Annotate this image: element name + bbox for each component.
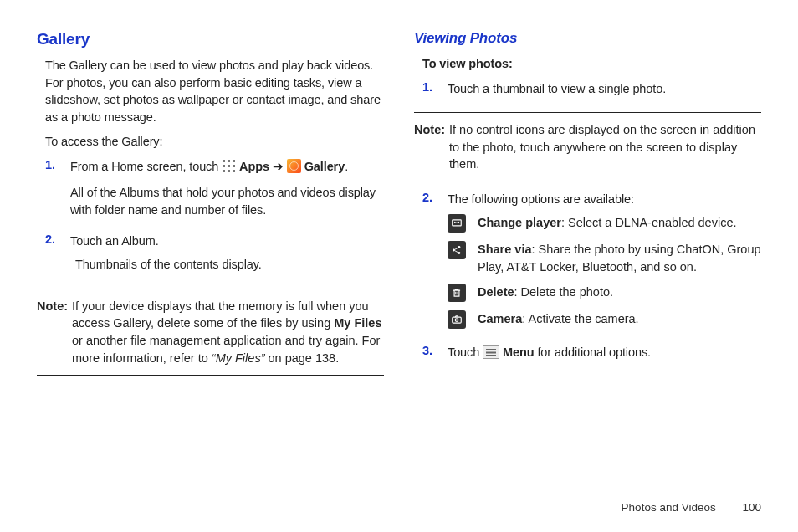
- view-step-1-text: Touch a thumbnail to view a single photo…: [448, 80, 761, 98]
- note-body: If no control icons are displayed on the…: [449, 121, 761, 173]
- view-step-1: 1. Touch a thumbnail to view a single ph…: [422, 80, 761, 105]
- step-1: 1. From a Home screen, touch Apps ➔ Gall…: [45, 158, 384, 226]
- viewing-heading: Viewing Photos: [414, 30, 761, 47]
- step-1-line: From a Home screen, touch Apps ➔ Gallery…: [70, 158, 384, 178]
- footer-page-number: 100: [742, 501, 761, 514]
- step-2-line: Touch an Album.: [70, 233, 384, 250]
- footer-section: Photos and Videos: [622, 501, 716, 514]
- rule: [414, 182, 761, 182]
- step-1-after: All of the Albums that hold your photos …: [70, 184, 384, 218]
- note-label: Note:: [414, 121, 449, 173]
- svg-rect-2: [233, 160, 235, 162]
- viewing-sub: To view photos:: [414, 55, 761, 73]
- svg-rect-8: [233, 170, 235, 172]
- gallery-heading: Gallery: [37, 30, 384, 49]
- step-number: 1.: [422, 80, 448, 105]
- svg-rect-0: [223, 160, 225, 162]
- note-block-right: Note: If no control icons are displayed …: [414, 121, 761, 173]
- option-camera: Camera: Activate the camera.: [448, 310, 761, 329]
- menu-icon: [483, 345, 499, 359]
- step-2: 2. Touch an Album. Thumbnails of the con…: [45, 233, 384, 280]
- apps-icon: [222, 159, 236, 178]
- option-delete: Delete: Delete the photo.: [448, 284, 761, 302]
- svg-point-14: [455, 319, 458, 322]
- right-column: Viewing Photos To view photos: 1. Touch …: [414, 30, 761, 512]
- viewing-steps-2: 2. The following options are available: …: [414, 191, 761, 368]
- viewing-steps-1: 1. Touch a thumbnail to view a single ph…: [414, 80, 761, 105]
- option-share-via: Share via: Share the photo by using Chat…: [448, 241, 761, 275]
- options-list: Change player: Select a DLNA-enabled dev…: [448, 214, 761, 329]
- step-2-after: Thumbnails of the contents display.: [70, 256, 384, 274]
- svg-rect-1: [228, 160, 230, 162]
- apps-label: Apps: [239, 160, 269, 173]
- view-step-2: 2. The following options are available: …: [422, 191, 761, 337]
- note-block-left: Note: If your device displays that the m…: [37, 298, 384, 366]
- share-icon: [448, 241, 466, 259]
- gallery-label: Gallery: [304, 160, 345, 173]
- note-label: Note:: [37, 298, 72, 366]
- left-column: Gallery The Gallery can be used to view …: [37, 30, 384, 512]
- rule: [37, 375, 384, 376]
- svg-rect-3: [223, 165, 225, 167]
- option-change-player: Change player: Select a DLNA-enabled dev…: [448, 214, 761, 233]
- svg-rect-5: [233, 165, 235, 167]
- step-number: 2.: [45, 233, 70, 280]
- svg-rect-13: [453, 317, 462, 323]
- step-number: 3.: [422, 344, 448, 368]
- step-number: 2.: [422, 191, 448, 337]
- gallery-icon: [287, 159, 301, 173]
- view-step-3-text: Touch Menu for additional options.: [448, 344, 761, 361]
- view-step-3: 3. Touch Menu for additional options.: [422, 344, 761, 368]
- svg-rect-7: [228, 170, 230, 172]
- note-body: If your device displays that the memory …: [72, 298, 384, 366]
- delete-icon: [448, 284, 466, 302]
- change-player-icon: [448, 214, 466, 233]
- page-footer: Photos and Videos 100: [622, 501, 761, 514]
- camera-icon: [448, 310, 466, 329]
- view-step-2-intro: The following options are available:: [448, 191, 761, 208]
- rule: [414, 112, 761, 113]
- gallery-intro: The Gallery can be used to view photos a…: [37, 57, 384, 125]
- access-intro: To access the Gallery:: [37, 133, 384, 151]
- gallery-steps: 1. From a Home screen, touch Apps ➔ Gall…: [37, 158, 384, 280]
- step-number: 1.: [45, 158, 70, 226]
- rule: [37, 289, 384, 289]
- svg-rect-4: [228, 165, 230, 167]
- svg-rect-6: [223, 170, 225, 172]
